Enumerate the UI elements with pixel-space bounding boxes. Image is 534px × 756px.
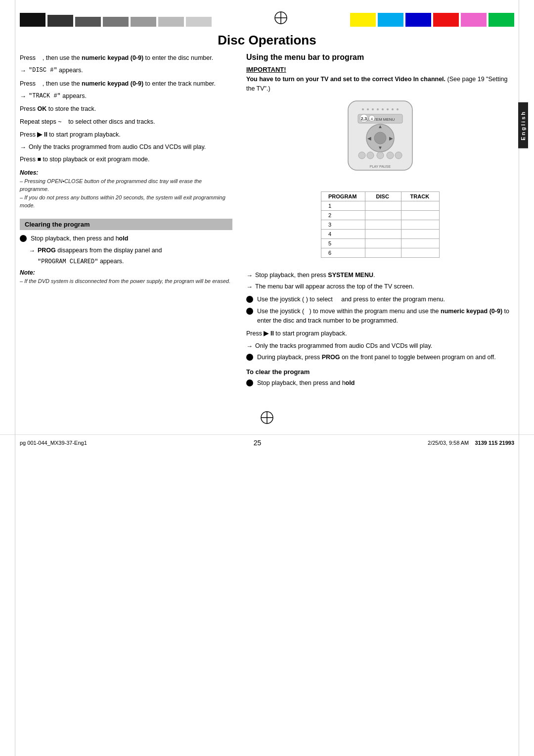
clearing-heading: Clearing the program [20, 219, 232, 230]
clearing-note-label: Note: [20, 269, 232, 276]
svg-point-5 [367, 108, 369, 110]
english-tab: English [518, 102, 528, 148]
bar-pink [461, 13, 487, 27]
clearing-bullet1-text: Stop playback, then press and hold [31, 234, 128, 243]
clearing-note1: – If the DVD system is disconnected from… [20, 277, 232, 285]
svg-text:▶: ▶ [389, 136, 393, 141]
table-row: 1 [321, 201, 440, 210]
center-crosshair [212, 11, 350, 27]
table-row: 3 [321, 220, 440, 229]
important-label: IMPORTANT! [246, 66, 514, 73]
svg-point-9 [387, 108, 389, 110]
svg-point-23 [387, 152, 394, 159]
bar-dark2 [75, 17, 101, 27]
table-row: 5 [321, 238, 440, 248]
svg-point-4 [362, 108, 364, 110]
disc-appears: → "DISC #" appears. [20, 66, 232, 76]
col-disc: DISC [365, 191, 401, 201]
repeat-steps: Repeat steps ~ to select other discs and… [20, 117, 232, 127]
svg-point-20 [358, 152, 365, 159]
clearing-arrow1: → PROG disappears from the display panel… [20, 246, 232, 256]
bar-red [433, 13, 459, 27]
page-footer: pg 001-044_MX39-37-Eng1 25 2/25/03, 9:58… [0, 434, 534, 451]
col-track: TRACK [401, 191, 439, 201]
program-table-container: PROGRAM DISC TRACK 1 2 3 4 5 6 [246, 191, 514, 264]
svg-point-22 [377, 152, 384, 159]
only-tracks2: → Only the tracks programmed from audio … [246, 341, 514, 351]
svg-point-24 [395, 152, 402, 159]
svg-point-11 [397, 108, 399, 110]
bar-black [20, 13, 45, 27]
bar-yellow [350, 13, 376, 27]
right-column: English Using the menu bar to program IM… [246, 53, 514, 391]
svg-text:4: 4 [371, 117, 373, 121]
joystick-bullet2: Use the joystick ( ) to move within the … [246, 307, 514, 326]
svg-text:◀: ◀ [367, 136, 371, 141]
svg-point-8 [382, 108, 384, 110]
bar-cyan [378, 13, 403, 27]
table-row: 4 [321, 229, 440, 238]
notes-label: Notes: [20, 169, 232, 176]
footer-left: pg 001-044_MX39-37-Eng1 [20, 440, 87, 446]
important-box: IMPORTANT! You have to turn on your TV a… [246, 66, 514, 94]
svg-point-15 [374, 132, 386, 144]
remote-illustration: SYSTEM MENU ▲ ▼ ◀ ▶ PLAY PAUS [246, 98, 514, 188]
menu-bar-appear: → The menu bar will appear across the to… [246, 282, 514, 292]
only-tracks-note: → Only the tracks programmed from audio … [20, 142, 232, 152]
program-table: PROGRAM DISC TRACK 1 2 3 4 5 6 [321, 191, 440, 258]
svg-text:▲: ▲ [378, 124, 383, 129]
press-stop: Press ■ to stop playback or exit program… [20, 154, 232, 164]
svg-text:2,3: 2,3 [361, 116, 367, 121]
clearing-bullet1: Stop playback, then press and hold [20, 234, 232, 243]
svg-point-10 [392, 108, 394, 110]
svg-text:PLAY PAUSE: PLAY PAUSE [370, 165, 391, 168]
using-menu-heading: Using the menu bar to program [246, 53, 514, 62]
col-program: PROGRAM [321, 191, 365, 201]
bar-dark6 [186, 17, 212, 27]
table-row: 6 [321, 248, 440, 257]
table-row: 2 [321, 210, 440, 220]
bar-green [489, 13, 514, 27]
to-clear-bullet: Stop playback, then press and hold [246, 378, 514, 388]
bar-dark4 [131, 17, 156, 27]
left-column: Press , then use the numeric keypad (0-9… [20, 53, 232, 391]
svg-text:▼: ▼ [378, 145, 383, 150]
press-ok: Press OK to store the track. [20, 104, 232, 114]
footer-date: 2/25/03, 9:58 AM [428, 440, 469, 446]
note2: – If you do not press any buttons within… [20, 193, 232, 210]
footer-right: 2/25/03, 9:58 AM 3139 115 21993 [428, 440, 514, 446]
press-track-text: Press , then use the numeric keypad (0-9… [20, 79, 232, 89]
svg-point-21 [367, 152, 374, 159]
press-disc-text: Press , then use the numeric keypad (0-9… [20, 53, 232, 63]
during-playback: During playback, press PROG on the front… [246, 353, 514, 362]
bar-dark5 [158, 17, 184, 27]
joystick-bullet1: Use the joystick ( ) to select and press… [246, 295, 514, 304]
important-text: You have to turn on your TV and set to t… [246, 75, 514, 94]
footer-page-number: 25 [254, 439, 262, 447]
track-appears: → "TRACK #" appears. [20, 92, 232, 101]
stop-system-menu: → Stop playback, then press SYSTEM MENU. [246, 271, 514, 281]
page-title: Disc Operations [20, 33, 514, 48]
svg-point-7 [377, 108, 379, 110]
clearing-arrow2: "PROGRAM CLEARED" appears. [29, 258, 232, 265]
press-play2: Press ▶ II to start program playback. [246, 329, 514, 338]
svg-point-6 [372, 108, 374, 110]
to-clear-heading: To clear the program [246, 368, 514, 376]
bar-dark3 [103, 17, 129, 27]
bar-dark1 [47, 15, 73, 27]
bar-blue [405, 13, 431, 27]
footer-code: 3139 115 21993 [475, 440, 514, 446]
bottom-crosshair [260, 411, 274, 425]
note1: – Pressing OPEN•CLOSE button of the prog… [20, 177, 232, 193]
press-play: Press ▶ II to start program playback. [20, 130, 232, 140]
